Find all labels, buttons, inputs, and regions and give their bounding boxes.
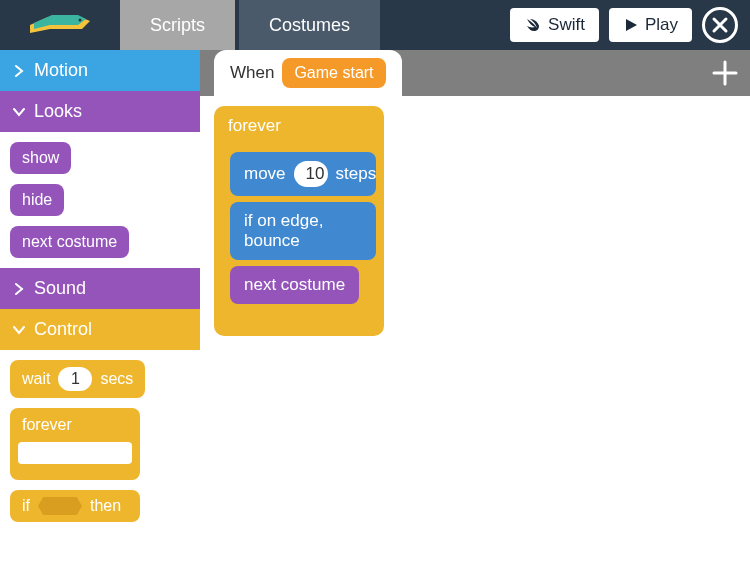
hat-event-selector[interactable]: Game start [282, 58, 385, 88]
control-body: wait 1 secs forever if then [0, 350, 200, 532]
add-script-button[interactable] [700, 50, 750, 96]
category-control-label: Control [34, 319, 92, 340]
script-bounce-block[interactable]: if on edge, bounce [230, 202, 376, 260]
block-forever[interactable]: forever [10, 408, 140, 480]
play-button[interactable]: Play [609, 8, 692, 42]
category-control[interactable]: Control [0, 309, 200, 350]
block-hide[interactable]: hide [10, 184, 64, 216]
block-next-costume[interactable]: next costume [10, 226, 129, 258]
app-header: Scripts Costumes Swift Play [0, 0, 750, 50]
tab-costumes-label: Costumes [269, 15, 350, 36]
chevron-down-icon [12, 323, 26, 337]
script-forever-block[interactable]: forever move 10 steps if on edge, bounce… [214, 106, 384, 336]
canvas-header: When Game start [200, 50, 750, 96]
move-value-input[interactable]: 10 [294, 161, 328, 187]
play-label: Play [645, 15, 678, 35]
header-actions: Swift Play [510, 0, 750, 50]
hat-block[interactable]: When Game start [214, 50, 402, 96]
close-button[interactable] [702, 7, 738, 43]
hat-when-label: When [230, 63, 274, 83]
bird-logo-icon [20, 9, 100, 41]
play-icon [623, 17, 639, 33]
looks-body: show hide next costume [0, 132, 200, 268]
script-canvas[interactable]: When Game start forever move 10 steps [200, 50, 750, 563]
close-icon [711, 16, 729, 34]
category-looks-label: Looks [34, 101, 82, 122]
category-sound-label: Sound [34, 278, 86, 299]
wait-value-input[interactable]: 1 [58, 367, 92, 391]
chevron-right-icon [12, 282, 26, 296]
forever-body[interactable]: move 10 steps if on edge, bounce next co… [214, 146, 384, 310]
swift-icon [524, 16, 542, 34]
block-if-then[interactable]: if then [10, 490, 140, 522]
svg-point-0 [79, 19, 82, 22]
app-logo [0, 0, 120, 50]
swift-label: Swift [548, 15, 585, 35]
category-motion-label: Motion [34, 60, 88, 81]
forever-slot[interactable] [18, 442, 132, 464]
script-next-costume-block[interactable]: next costume [230, 266, 359, 304]
main-area: Motion Looks show hide next costume [0, 50, 750, 563]
category-sound[interactable]: Sound [0, 268, 200, 309]
script-move-block[interactable]: move 10 steps [230, 152, 376, 196]
chevron-right-icon [12, 64, 26, 78]
block-show[interactable]: show [10, 142, 71, 174]
header-tabs: Scripts Costumes [120, 0, 380, 50]
plus-icon [710, 58, 740, 88]
condition-slot[interactable] [38, 497, 82, 515]
tab-scripts[interactable]: Scripts [120, 0, 235, 50]
chevron-down-icon [12, 105, 26, 119]
block-palette: Motion Looks show hide next costume [0, 50, 200, 563]
swift-button[interactable]: Swift [510, 8, 599, 42]
block-wait[interactable]: wait 1 secs [10, 360, 145, 398]
script-stack[interactable]: forever move 10 steps if on edge, bounce… [214, 106, 384, 336]
tab-costumes[interactable]: Costumes [239, 0, 380, 50]
category-motion[interactable]: Motion [0, 50, 200, 91]
category-looks[interactable]: Looks [0, 91, 200, 132]
tab-scripts-label: Scripts [150, 15, 205, 36]
